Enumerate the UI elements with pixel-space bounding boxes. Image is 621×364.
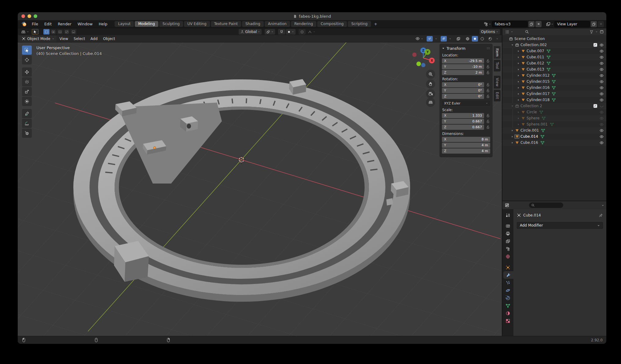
- zoom-view-button[interactable]: [426, 70, 435, 79]
- workspace-tab-modeling[interactable]: Modeling: [135, 21, 158, 27]
- transform-field-scale-z[interactable]: Z0.667: [442, 125, 484, 130]
- outliner-item-label[interactable]: Cylinder.017: [527, 92, 549, 96]
- shading-rendered-button[interactable]: [487, 36, 494, 41]
- properties-tab-world[interactable]: [502, 253, 513, 260]
- workspace-tab-sculpting[interactable]: Sculpting: [159, 21, 183, 27]
- hide-eye-toggle[interactable]: [599, 61, 604, 66]
- transform-orientation-dropdown[interactable]: Global: [239, 29, 262, 35]
- snap-toggle-button[interactable]: [278, 29, 285, 35]
- expander-right-icon[interactable]: [517, 117, 520, 120]
- overlays-dropdown[interactable]: [447, 37, 453, 40]
- pan-view-button[interactable]: [426, 79, 435, 89]
- hide-eye-toggle[interactable]: [599, 49, 604, 53]
- shading-wireframe-button[interactable]: [464, 36, 471, 41]
- hide-eye-toggle[interactable]: [599, 73, 604, 78]
- outliner-item-label[interactable]: Cube.013: [527, 67, 544, 71]
- mode-dropdown[interactable]: Object Mode: [20, 36, 57, 42]
- workspace-tab-shading[interactable]: Shading: [242, 21, 264, 27]
- hide-eye-toggle[interactable]: [599, 67, 604, 72]
- lock-icon[interactable]: [486, 65, 490, 69]
- viewport-menu-add[interactable]: Add: [88, 36, 100, 42]
- outliner-row[interactable]: Cylinder.018: [502, 97, 606, 103]
- transform-field-scale-x[interactable]: X1.333: [442, 113, 484, 118]
- properties-tab-physics[interactable]: [502, 286, 513, 294]
- add-workspace-button[interactable]: +: [372, 21, 380, 27]
- snap-target-dropdown[interactable]: [286, 29, 296, 35]
- select-mode-extend-button[interactable]: [50, 29, 56, 35]
- pin-icon[interactable]: [599, 213, 603, 217]
- viewport-menu-view[interactable]: View: [57, 36, 71, 42]
- hide-eye-toggle[interactable]: [599, 122, 604, 127]
- transform-field-location-x[interactable]: X-29.5 m: [442, 58, 484, 64]
- collection-checkbox[interactable]: ✓: [593, 104, 597, 108]
- select-mode-set-button[interactable]: [43, 29, 50, 35]
- workspace-tab-animation[interactable]: Animation: [265, 21, 290, 27]
- tool-cursor-button[interactable]: [22, 55, 32, 64]
- lock-icon[interactable]: [486, 94, 490, 98]
- outliner-item-label[interactable]: Cube.012: [527, 61, 544, 65]
- view-layer-field[interactable]: View Layer: [554, 21, 590, 27]
- expander-right-icon[interactable]: [517, 68, 520, 71]
- pivot-point-dropdown[interactable]: [265, 29, 275, 35]
- transform-field-scale-y[interactable]: Y0.667: [442, 119, 484, 124]
- new-collection-button[interactable]: [600, 30, 604, 34]
- tool-annotate-button[interactable]: [22, 109, 32, 118]
- breadcrumb-object-name[interactable]: Cube.014: [523, 213, 541, 217]
- outliner-item-label[interactable]: Collection.002: [520, 43, 547, 47]
- hide-eye-toggle[interactable]: [599, 98, 604, 102]
- tool-add-cube-button[interactable]: [22, 129, 32, 138]
- proportional-falloff-dropdown[interactable]: [306, 30, 317, 34]
- select-mode-invert-button[interactable]: [64, 29, 70, 35]
- hide-eye-toggle[interactable]: [599, 43, 604, 47]
- add-modifier-dropdown[interactable]: Add Modifier: [517, 222, 603, 229]
- outliner-row[interactable]: Scene Collection: [502, 36, 606, 42]
- scene-copy-button[interactable]: [528, 21, 535, 27]
- expander-right-icon[interactable]: [517, 50, 520, 53]
- outliner-item-label[interactable]: Sphere.001: [527, 122, 548, 126]
- expander-right-icon[interactable]: [517, 93, 520, 95]
- properties-tab-constraints[interactable]: [502, 294, 513, 302]
- sidebar-tab-view[interactable]: View: [494, 76, 501, 89]
- outliner-row[interactable]: Collection 2 ✓: [502, 103, 606, 109]
- outliner-row[interactable]: Cube.011: [502, 54, 606, 60]
- outliner-row[interactable]: Circle.001: [502, 127, 606, 133]
- hide-eye-toggle[interactable]: [599, 128, 604, 133]
- transform-field-rotation-x[interactable]: X0°: [442, 82, 484, 87]
- hide-eye-toggle[interactable]: [599, 92, 604, 96]
- outliner-item-label[interactable]: Cylinder.016: [527, 86, 549, 90]
- outliner-row[interactable]: Sphere.001: [502, 121, 606, 127]
- workspace-tab-rendering[interactable]: Rendering: [291, 21, 316, 27]
- properties-tab-view-layer[interactable]: [502, 237, 513, 245]
- properties-tab-material[interactable]: [502, 309, 513, 317]
- editor-type-selector[interactable]: [20, 29, 31, 35]
- expander-right-icon[interactable]: [517, 99, 520, 101]
- minimize-button[interactable]: [28, 14, 31, 18]
- hide-eye-toggle[interactable]: [599, 79, 604, 84]
- menu-file[interactable]: File: [29, 21, 41, 27]
- proportional-editing-toggle[interactable]: [299, 29, 306, 35]
- transform-field-rotation-y[interactable]: Y0°: [442, 88, 484, 93]
- outliner-row[interactable]: Cylinder.015: [502, 78, 606, 85]
- hide-eye-toggle[interactable]: [599, 86, 604, 90]
- expander-right-icon[interactable]: [511, 135, 514, 138]
- workspace-tab-scripting[interactable]: Scripting: [348, 21, 371, 27]
- expander-right-icon[interactable]: [517, 56, 520, 59]
- outliner-row[interactable]: Circle: [502, 109, 606, 115]
- expander-down-icon[interactable]: [511, 105, 514, 107]
- properties-tab-modifiers[interactable]: [503, 271, 513, 279]
- expander-right-icon[interactable]: [517, 62, 520, 65]
- outliner-row[interactable]: Cylinder.016: [502, 85, 606, 91]
- properties-search-input[interactable]: [536, 203, 557, 207]
- tool-select-box-button[interactable]: [22, 46, 32, 55]
- scene-unlink-button[interactable]: [535, 21, 542, 27]
- expander-right-icon[interactable]: [517, 111, 520, 114]
- lock-icon[interactable]: [486, 89, 490, 93]
- menu-window[interactable]: Window: [75, 21, 96, 27]
- transform-field-dimensions-x[interactable]: X8 m: [442, 137, 490, 142]
- expander-right-icon[interactable]: [511, 141, 514, 144]
- expander-down-icon[interactable]: [511, 44, 514, 46]
- expander-right-icon[interactable]: [511, 129, 514, 132]
- hide-eye-toggle[interactable]: [599, 104, 604, 108]
- shading-dropdown[interactable]: [494, 37, 500, 40]
- tool-scale-button[interactable]: [22, 87, 32, 96]
